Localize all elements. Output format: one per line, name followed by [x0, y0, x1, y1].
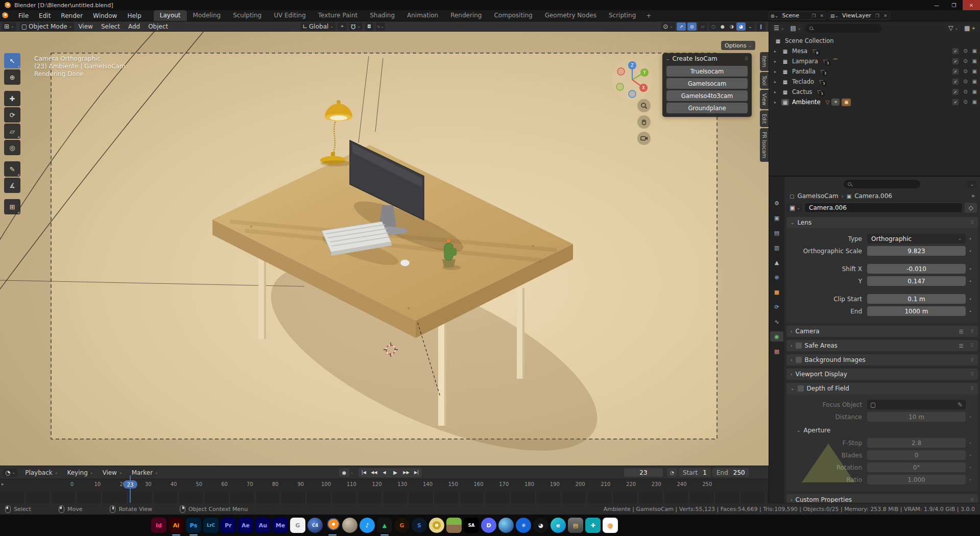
- taskbar-icon[interactable]: SA: [464, 518, 479, 533]
- expand-icon[interactable]: ▸: [774, 100, 781, 105]
- taskbar-icon[interactable]: Id: [151, 518, 166, 533]
- pivot-point-button[interactable]: ⌖: [338, 22, 347, 31]
- delete-viewlayer-button[interactable]: ✕: [881, 13, 890, 18]
- playhead-line[interactable]: [130, 475, 131, 503]
- viewport-3d[interactable]: ↖⊕✚⟳▱◎✎∡⊞ Camera Orthographic (23) Ambie…: [0, 32, 769, 466]
- taskbar-icon[interactable]: Pr: [221, 518, 236, 533]
- taskbar-icon[interactable]: @: [603, 518, 618, 533]
- taskbar-icon[interactable]: ◕: [533, 518, 548, 533]
- maximize-button[interactable]: ❐: [945, 0, 963, 10]
- transport-button[interactable]: ▶▶: [401, 469, 411, 477]
- sidebar-tab[interactable]: View: [760, 90, 769, 109]
- tool-button[interactable]: ⊞: [4, 199, 20, 214]
- sidebar-tab[interactable]: Tool: [760, 72, 769, 89]
- tool-button[interactable]: ✎: [4, 161, 20, 177]
- focus-object-field[interactable]: ▢ ✎: [867, 400, 966, 409]
- auto-key-button[interactable]: ●: [339, 468, 349, 477]
- falloff-dropdown[interactable]: ∿⌄: [376, 22, 385, 31]
- expand-icon[interactable]: ▸: [774, 59, 781, 64]
- workspace-tab[interactable]: Shading: [364, 10, 401, 21]
- minimize-button[interactable]: —: [928, 0, 945, 10]
- current-frame-field[interactable]: 23: [624, 468, 663, 477]
- fake-user-toggle[interactable]: ◇: [965, 203, 977, 213]
- expand-icon[interactable]: ▸: [774, 80, 781, 84]
- hide-viewport-toggle[interactable]: ⊙: [963, 58, 967, 64]
- drag-handle-icon[interactable]: ⠿: [970, 220, 974, 225]
- taskbar-icon[interactable]: Me: [273, 518, 288, 533]
- hide-viewport-toggle[interactable]: ⊙: [963, 99, 967, 105]
- snap-controls[interactable]: Ω ⌄: [349, 22, 363, 31]
- lens-type-dropdown[interactable]: Orthographic⌄: [867, 234, 966, 243]
- workspace-tab[interactable]: Sculpting: [227, 10, 268, 21]
- new-collection-button[interactable]: ▦+: [962, 24, 977, 32]
- camera-view-button[interactable]: [637, 132, 651, 145]
- shading-rendered-button[interactable]: ◕: [736, 22, 746, 31]
- workspace-tab[interactable]: Modeling: [187, 10, 227, 21]
- overlays-toggle[interactable]: ◎: [687, 22, 697, 31]
- taskbar-icon[interactable]: Ae: [238, 518, 253, 533]
- hide-viewport-toggle[interactable]: ⊙: [963, 48, 967, 54]
- taskbar-icon[interactable]: ♪: [360, 518, 375, 533]
- outliner-row[interactable]: ▸ ▦ Teclado ▽ 3 ⌒ ☀ ▣ ✓ ⊙ ▣: [769, 77, 980, 87]
- expand-icon[interactable]: ▸: [774, 90, 781, 94]
- viewport-menu[interactable]: View: [74, 23, 97, 30]
- taskbar-icon[interactable]: [429, 518, 444, 533]
- scene-name[interactable]: Scene: [780, 12, 809, 19]
- drag-handle-icon[interactable]: ⠿: [745, 56, 748, 61]
- data-name-field[interactable]: Camera.006: [804, 203, 963, 213]
- axis-gizmo[interactable]: Z Y X: [611, 58, 654, 101]
- editor-type-button[interactable]: ⊞⌄: [2, 22, 16, 31]
- gizmo-toggle[interactable]: ↗: [677, 22, 686, 31]
- expand-icon[interactable]: ▸: [774, 49, 781, 54]
- breadcrumb-data[interactable]: Camera.006: [854, 192, 892, 200]
- background-images-checkbox[interactable]: [796, 357, 802, 363]
- taskbar-icon[interactable]: [446, 518, 462, 533]
- workspace-tab[interactable]: Layout: [154, 10, 187, 21]
- viewport-menu[interactable]: Object: [144, 23, 172, 30]
- taskbar-icon[interactable]: S: [412, 518, 427, 533]
- safe-areas-checkbox[interactable]: [796, 343, 802, 349]
- transport-button[interactable]: ▶|: [412, 469, 421, 477]
- camera-data-dropdown[interactable]: ▣⌄: [787, 204, 802, 212]
- isocam-button[interactable]: GameIsocam: [666, 78, 748, 89]
- tool-button[interactable]: ∡: [4, 178, 20, 193]
- exclude-checkbox[interactable]: ✓: [952, 99, 959, 105]
- new-scene-button[interactable]: ❐: [809, 13, 818, 18]
- exclude-checkbox[interactable]: ✓: [952, 79, 959, 85]
- properties-options-button[interactable]: ⌄: [967, 181, 977, 188]
- fstop-field[interactable]: 2.8: [867, 438, 966, 448]
- ratio-field[interactable]: 1.000: [867, 475, 966, 484]
- taskbar-icon[interactable]: Ai: [169, 518, 184, 533]
- custom-properties-section-header[interactable]: ›Custom Properties ⠿: [786, 494, 978, 503]
- properties-tab[interactable]: ◉: [770, 331, 783, 342]
- workspace-tab[interactable]: Geometry Nodes: [539, 10, 603, 21]
- taskbar-icon[interactable]: C4: [307, 518, 323, 533]
- transport-button[interactable]: ◀: [379, 469, 389, 477]
- options-button[interactable]: Options⌄: [721, 41, 755, 50]
- taskbar-icon[interactable]: ✚: [585, 518, 601, 533]
- menubar-item[interactable]: File: [13, 10, 34, 21]
- disable-render-toggle[interactable]: ▣: [972, 68, 977, 75]
- breadcrumb-object[interactable]: GameIsoCam: [797, 192, 838, 200]
- timeline-track[interactable]: [0, 492, 769, 503]
- tool-button[interactable]: ▱: [4, 124, 20, 139]
- taskbar-icon[interactable]: ✳: [516, 518, 531, 533]
- outliner-row[interactable]: ▸ ▦ Lampara ▽ 3 ⌒ ☀ ▣ ✓ ⊙ ▣: [769, 56, 980, 66]
- safe-areas-section-header[interactable]: › Safe Areas ☰ ⠿: [786, 340, 978, 351]
- close-button[interactable]: ✕: [963, 0, 980, 10]
- outliner-row[interactable]: ▸ ▦ Mesa ▽ 8 ⌒ ☀ ▣ ✓ ⊙ ▣: [769, 46, 980, 56]
- pause-render-button[interactable]: ‖: [756, 22, 766, 31]
- taskbar-icon[interactable]: D: [481, 518, 496, 533]
- disable-render-toggle[interactable]: ▣: [972, 79, 977, 85]
- menubar-item[interactable]: Help: [122, 10, 146, 21]
- delete-scene-button[interactable]: ✕: [818, 13, 826, 18]
- taskbar-icon[interactable]: Au: [255, 518, 271, 533]
- taskbar-icon[interactable]: G: [394, 518, 410, 533]
- sidebar-tab[interactable]: Edit: [760, 110, 769, 127]
- sidebar-tab[interactable]: Item: [760, 52, 769, 71]
- outliner-row[interactable]: ▸ ▦ Pantalla ▽ 3 ⌒ ☀ ▣ ✓ ⊙ ▣: [769, 66, 980, 77]
- properties-tab[interactable]: ∿: [770, 316, 783, 327]
- workspace-tab[interactable]: Rendering: [444, 10, 488, 21]
- viewport-display-section-header[interactable]: ›Viewport Display ⠿: [786, 369, 978, 380]
- add-workspace-button[interactable]: +: [642, 11, 655, 21]
